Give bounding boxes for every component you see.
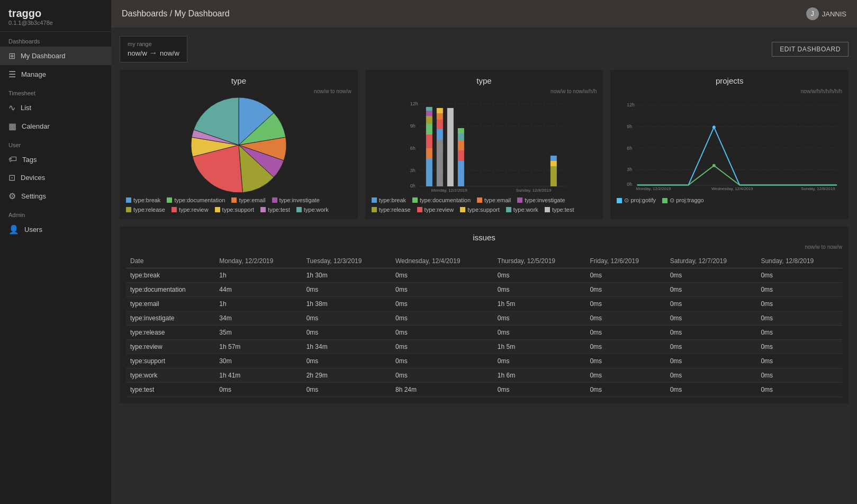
- sidebar: traggo 0.1.1@3b3c478e Dashboards⊞My Dash…: [0, 0, 111, 504]
- line-chart-subtitle: now/w/h/h/h/h/h/h: [617, 88, 842, 94]
- issues-row-7: type:work1h 41m2h 29m0ms1h 6m0ms0ms0ms: [126, 368, 842, 383]
- bar-legend-label-type:documentation: type:documentation: [420, 197, 471, 203]
- svg-rect-21: [437, 120, 443, 129]
- svg-rect-28: [458, 133, 464, 141]
- svg-rect-17: [426, 111, 432, 116]
- issues-table-head: DateMonday, 12/2/2019Tuesday, 12/3/2019W…: [126, 254, 842, 268]
- issues-cell-8-7: 0ms: [756, 383, 842, 397]
- calendar-icon: ▦: [8, 121, 16, 131]
- issues-cell-8-0: type:test: [126, 383, 215, 397]
- issues-cell-5-7: 0ms: [756, 340, 842, 354]
- issues-cell-6-4: 0ms: [493, 354, 586, 368]
- pie-legend-color-type:test: [260, 207, 266, 212]
- line-legend-label-proj:gotify: ⊙ proj:gotify: [624, 197, 656, 204]
- bar-legend-label-type:email: type:email: [484, 197, 511, 203]
- sidebar-item-settings[interactable]: ⚙Settings: [0, 187, 111, 205]
- issues-row-4: type:release35m0ms0ms0ms0ms0ms0ms: [126, 326, 842, 340]
- bar-legend-color-type:support: [460, 207, 465, 212]
- main-area: Dashboards / My Dashboard J JANNIS my ra…: [111, 0, 857, 504]
- pie-legend-label-type:release: type:release: [133, 206, 165, 213]
- issues-cell-6-1: 30m: [215, 354, 302, 368]
- issues-cell-4-4: 0ms: [493, 326, 586, 340]
- issues-cell-2-7: 0ms: [756, 297, 842, 311]
- pie-legend-color-type:investigate: [272, 197, 277, 203]
- list-icon: ∿: [8, 103, 15, 113]
- sidebar-section-label: User: [0, 136, 111, 150]
- sidebar-item-calendar[interactable]: ▦Calendar: [0, 117, 111, 136]
- issues-cell-8-6: 0ms: [666, 383, 757, 397]
- sidebar-section-label: Admin: [0, 205, 111, 220]
- issues-row-5: type:review1h 57m1h 34m0ms1h 5m0ms0ms0ms: [126, 340, 842, 354]
- pie-chart-legend: type:breaktype:documentationtype:emailty…: [126, 197, 351, 213]
- sidebar-item-list[interactable]: ∿List: [0, 98, 111, 117]
- sidebar-item-manage[interactable]: ☰Manage: [0, 65, 111, 84]
- svg-rect-31: [551, 161, 557, 166]
- line-chart-svg: 12h 9h 6h 3h 0h Monday, 12/2/2019 Wed: [617, 97, 842, 193]
- issues-cell-8-3: 8h 24m: [391, 383, 493, 397]
- my-dashboard-icon: ⊞: [8, 51, 15, 61]
- svg-rect-27: [458, 141, 464, 150]
- issues-cell-0-5: 0ms: [585, 268, 665, 283]
- svg-text:9h: 9h: [627, 124, 633, 129]
- line-chart-legend: ⊙ proj:gotify⊙ proj:traggo: [617, 197, 842, 204]
- devices-icon: ⊡: [8, 173, 15, 183]
- issues-row-2: type:email1h1h 38m0ms1h 5m0ms0ms0ms: [126, 297, 842, 311]
- bar-legend-type:email: type:email: [477, 197, 511, 203]
- pie-legend-color-type:break: [126, 197, 131, 203]
- issues-cell-3-4: 0ms: [493, 311, 586, 326]
- sidebar-label-devices: Devices: [21, 174, 45, 182]
- sidebar-item-users[interactable]: 👤Users: [0, 220, 111, 239]
- sidebar-label-users: Users: [24, 226, 42, 233]
- issues-cell-8-5: 0ms: [585, 383, 665, 397]
- svg-text:Wednesday, 12/4/2019: Wednesday, 12/4/2019: [711, 186, 753, 191]
- sidebar-item-my-dashboard[interactable]: ⊞My Dashboard: [0, 47, 111, 65]
- settings-icon: ⚙: [8, 191, 16, 201]
- issues-cell-6-7: 0ms: [756, 354, 842, 368]
- topbar: Dashboards / My Dashboard J JANNIS: [111, 0, 857, 28]
- bar-legend-label-type:review: type:review: [425, 206, 454, 213]
- pie-chart-title: type: [126, 76, 351, 85]
- issues-cell-1-5: 0ms: [585, 283, 665, 297]
- issues-table: DateMonday, 12/2/2019Tuesday, 12/3/2019W…: [126, 254, 842, 397]
- bar-legend-type:work: type:work: [506, 206, 538, 213]
- pie-legend-type:work: type:work: [296, 206, 329, 213]
- issues-cell-3-2: 0ms: [302, 311, 391, 326]
- bar-legend-label-type:break: type:break: [379, 197, 406, 203]
- issues-cell-0-3: 0ms: [391, 268, 493, 283]
- issues-row-6: type:support30m0ms0ms0ms0ms0ms0ms: [126, 354, 842, 368]
- issues-cell-8-4: 0ms: [493, 383, 586, 397]
- issues-cell-3-5: 0ms: [585, 311, 665, 326]
- sidebar-item-devices[interactable]: ⊡Devices: [0, 168, 111, 187]
- svg-point-47: [712, 164, 716, 167]
- svg-text:9h: 9h: [410, 123, 416, 129]
- issues-cell-7-5: 0ms: [585, 368, 665, 383]
- edit-dashboard-button[interactable]: EDIT DASHBOARD: [772, 42, 849, 57]
- bar-legend-color-type:investigate: [517, 197, 522, 203]
- issues-cell-0-6: 0ms: [666, 268, 757, 283]
- user-menu[interactable]: J JANNIS: [806, 7, 846, 20]
- issues-cell-2-6: 0ms: [666, 297, 757, 311]
- sidebar-label-tags: Tags: [22, 156, 37, 164]
- pie-legend-color-type:release: [126, 207, 131, 212]
- issues-col-sunday__12_8_2019: Sunday, 12/8/2019: [756, 254, 842, 268]
- issues-cell-5-3: 0ms: [391, 340, 493, 354]
- users-icon: 👤: [8, 224, 19, 235]
- app-name: traggo: [8, 7, 103, 20]
- username: JANNIS: [822, 10, 846, 18]
- issues-cell-7-7: 0ms: [756, 368, 842, 383]
- pie-legend-label-type:break: type:break: [133, 197, 160, 203]
- range-selector[interactable]: my range now/w → now/w: [120, 36, 187, 62]
- line-chart-area: 12h 9h 6h 3h 0h Monday, 12/2/2019 Wed: [617, 97, 842, 193]
- pie-chart-subtitle: now/w to now/w: [126, 88, 351, 94]
- svg-rect-30: [551, 166, 557, 186]
- svg-text:Sunday, 12/8/2019: Sunday, 12/8/2019: [516, 188, 552, 193]
- issues-cell-2-2: 1h 38m: [302, 297, 391, 311]
- pie-legend-type:test: type:test: [260, 206, 290, 213]
- issues-cell-1-7: 0ms: [756, 283, 842, 297]
- sidebar-label-my-dashboard: My Dashboard: [21, 52, 66, 60]
- issues-cell-5-5: 0ms: [585, 340, 665, 354]
- app-version: 0.1.1@3b3c478e: [8, 20, 103, 26]
- issues-cell-1-0: type:documentation: [126, 283, 215, 297]
- sidebar-item-tags[interactable]: 🏷Tags: [0, 150, 111, 168]
- sidebar-label-manage: Manage: [21, 70, 46, 78]
